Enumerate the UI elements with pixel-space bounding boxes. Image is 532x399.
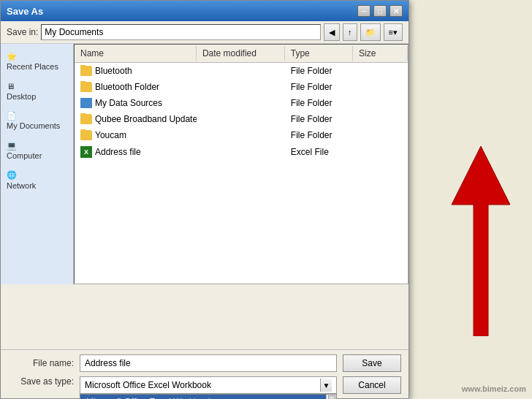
table-row[interactable]: Youcam File Folder [75,127,408,143]
main-area: ⭐ Recent Places 🖥 Desktop 📄 My Documents… [1,44,408,284]
file-name-cell: Qubee Broadband Update [75,113,197,125]
filename-row: File name: Save [8,354,401,372]
filename-label: File name: [8,358,74,368]
filetype-label: Save as type: [8,376,74,387]
sidebar: ⭐ Recent Places 🖥 Desktop 📄 My Documents… [1,44,74,284]
bottom-area: File name: Save Save as type: Microsoft … [1,349,408,398]
table-row[interactable]: Bluetooth Folder File Folder [75,79,408,95]
maximize-button[interactable]: □ [373,5,387,17]
col-header-type[interactable]: Type [285,46,353,61]
sidebar-item-desktop[interactable]: 🖥 Desktop [1,77,73,107]
file-type: File Folder [285,129,353,141]
filetype-value: Microsoft Office Excel Workbook [85,380,211,390]
svg-marker-0 [452,146,510,336]
save-button[interactable]: Save [343,354,401,372]
current-folder-input[interactable] [41,24,321,40]
col-header-name[interactable]: Name [75,46,197,61]
close-button[interactable]: ✕ [390,5,403,17]
file-pane: Name Date modified Type Size Bluetooth F… [74,44,408,284]
file-size [353,151,408,153]
save-dialog: Save As ─ □ ✕ Save in: ◀ ↑ 📁 ≡▾ ⭐ Recent… [0,0,409,399]
dialog-title: Save As [7,6,43,17]
cancel-button[interactable]: Cancel [343,376,401,394]
file-name: My Data Sources [95,98,162,108]
title-bar: Save As ─ □ ✕ [1,1,408,21]
sidebar-item-computer[interactable]: 💻 Computer [1,136,73,166]
address-bar: Save in: ◀ ↑ 📁 ≡▾ [1,21,408,44]
file-type: File Folder [285,113,353,125]
table-row[interactable]: Qubee Broadband Update File Folder [75,111,408,127]
folder-icon [80,66,92,76]
col-header-size[interactable]: Size [353,46,408,61]
excel-icon: X [80,146,92,158]
sidebar-item-network[interactable]: 🌐 Network [1,165,73,195]
sidebar-item-recent[interactable]: ⭐ Recent Places [1,47,73,77]
file-size [353,134,408,136]
file-size [353,86,408,88]
sidebar-item-label: Recent Places [7,62,58,71]
file-name-cell: My Data Sources [75,97,197,109]
nav-up-button[interactable]: ↑ [343,23,357,41]
file-date [197,151,285,153]
table-row[interactable]: My Data Sources File Folder [75,95,408,111]
sidebar-item-label: Network [7,181,36,190]
new-folder-button[interactable]: 📁 [360,23,381,41]
file-name: Qubee Broadband Update [95,114,197,124]
dropdown-item[interactable]: Microsoft Office Excel Workbook [80,395,336,399]
filetype-select[interactable]: Microsoft Office Excel Workbook ▼ [80,376,337,394]
sidebar-item-label: Computer [7,151,42,160]
file-name-cell: Bluetooth [75,65,197,77]
desktop-icon: 🖥 [7,82,15,91]
file-type: File Folder [285,97,353,109]
recent-icon: ⭐ [7,52,17,61]
filetype-dropdown-list: Microsoft Office Excel WorkbookXML Sprea… [80,394,337,399]
file-name: Youcam [95,130,126,140]
documents-icon: 📄 [7,111,17,120]
computer-icon: 💻 [7,141,17,150]
sidebar-item-label: My Documents [7,121,60,130]
save-in-label: Save in: [7,27,38,37]
folder-icon [80,114,92,124]
table-row[interactable]: X Address file Excel File [75,143,408,161]
file-name: Bluetooth Folder [95,82,159,92]
nav-back-button[interactable]: ◀ [324,23,340,41]
views-button[interactable]: ≡▾ [384,23,403,41]
file-name: Address file [95,147,141,157]
file-name-cell: X Address file [75,145,197,159]
file-date [197,134,285,136]
file-name: Bluetooth [95,66,132,76]
table-row[interactable]: Bluetooth File Folder [75,63,408,79]
file-date [197,102,285,104]
sidebar-item-label: Desktop [7,92,36,101]
file-date [197,118,285,120]
file-name-cell: Bluetooth Folder [75,81,197,93]
file-type: Excel File [285,146,353,158]
col-header-date[interactable]: Date modified [197,46,285,61]
file-date [197,70,285,72]
sidebar-item-documents[interactable]: 📄 My Documents [1,106,73,136]
folder-icon [80,130,92,140]
file-table-header: Name Date modified Type Size [75,45,408,63]
scroll-thumb [328,395,335,399]
minimize-button[interactable]: ─ [357,5,370,17]
title-bar-buttons: ─ □ ✕ [357,5,403,17]
file-date [197,86,285,88]
dropdown-items: Microsoft Office Excel WorkbookXML Sprea… [80,395,336,399]
filetype-row: Save as type: Microsoft Office Excel Wor… [8,376,401,394]
file-size [353,102,408,104]
network-icon: 🌐 [7,170,17,179]
folder-icon [80,82,92,92]
file-type: File Folder [285,81,353,93]
dropdown-scrollbar[interactable] [326,395,336,399]
datasource-icon [80,98,92,108]
file-size [353,118,408,120]
filetype-container: Microsoft Office Excel Workbook ▼ Micros… [80,376,337,394]
dropdown-arrow-icon[interactable]: ▼ [320,379,332,392]
file-type: File Folder [285,65,353,77]
watermark: www.bimeiz.com [462,384,526,393]
file-list: Bluetooth File Folder Bluetooth Folder F… [75,63,408,161]
file-name-cell: Youcam [75,129,197,141]
filename-input[interactable] [80,354,337,372]
file-size [353,70,408,72]
